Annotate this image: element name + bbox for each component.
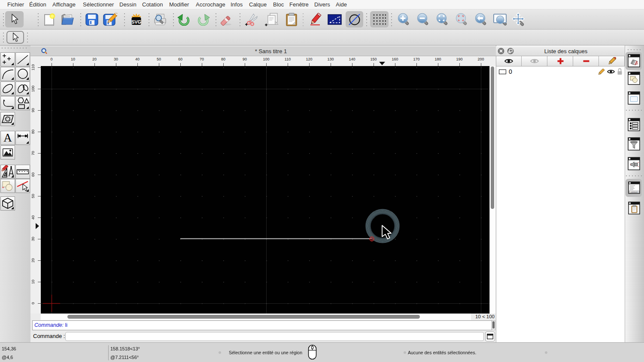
svg-text:command: command: [631, 191, 637, 193]
svg-text:SVG: SVG: [131, 19, 141, 24]
